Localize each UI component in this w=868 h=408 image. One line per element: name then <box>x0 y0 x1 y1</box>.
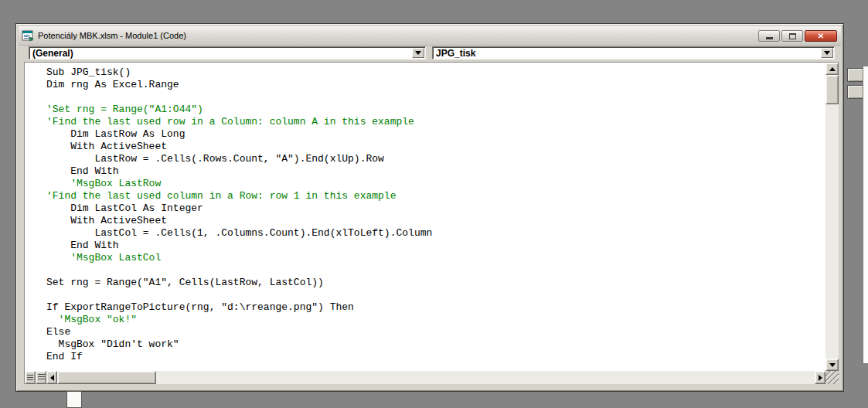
chevron-down-icon <box>824 51 830 55</box>
scroll-right-icon <box>819 375 822 381</box>
scroll-right-button[interactable] <box>815 371 825 384</box>
vba-code-window: Potenciály MBK.xlsm - Module1 (Code) ✕ (… <box>15 23 844 392</box>
code-line <box>46 264 825 277</box>
code-line: LastRow = .Cells(.Rows.Count, "A").End(x… <box>46 153 825 165</box>
scroll-left-button[interactable] <box>46 371 57 384</box>
code-line: MsgBox "Didn't work" <box>46 338 825 351</box>
code-line: LastCol = .Cells(1, .Columns.Count).End(… <box>46 227 825 240</box>
code-editor[interactable]: Sub JPG_tisk()Dim rng As Excel.Range'Set… <box>25 63 825 371</box>
background-window-edge <box>863 66 868 363</box>
code-line <box>46 91 825 104</box>
close-icon: ✕ <box>818 31 824 41</box>
code-line: End With <box>46 240 825 252</box>
code-line: Set rng = Range("A1", Cells(LastRow, Las… <box>46 277 825 289</box>
code-line: With ActiveSheet <box>46 141 825 153</box>
code-line: With ActiveSheet <box>46 215 825 227</box>
horizontal-scroll-thumb[interactable] <box>57 371 156 384</box>
code-pane: Sub JPG_tisk()Dim rng As Excel.Range'Set… <box>24 62 839 384</box>
window-title: Potenciály MBK.xlsm - Module1 (Code) <box>38 31 186 40</box>
vertical-scrollbar[interactable] <box>825 63 839 371</box>
scroll-down-icon <box>829 363 836 367</box>
code-line: Dim LastCol As Integer <box>46 202 825 215</box>
chevron-down-icon <box>415 51 421 55</box>
full-module-view-icon <box>38 374 45 381</box>
titlebar[interactable]: Potenciály MBK.xlsm - Module1 (Code) ✕ <box>19 26 841 46</box>
maximize-icon <box>789 33 796 39</box>
procedure-dropdown-button[interactable] <box>821 48 833 58</box>
procedure-dropdown-value: JPG_tisk <box>436 48 475 59</box>
object-dropdown[interactable]: (General) <box>29 46 426 60</box>
code-line: 'Find the last used column in a Row: row… <box>46 190 825 202</box>
close-button[interactable]: ✕ <box>805 30 837 42</box>
code-lines: Sub JPG_tisk()Dim rng As Excel.Range'Set… <box>25 63 825 363</box>
minimize-button[interactable] <box>758 30 780 42</box>
resize-grip[interactable] <box>825 371 839 384</box>
scroll-left-icon <box>50 375 54 381</box>
code-line: 'MsgBox LastRow <box>46 178 825 190</box>
code-line: If ExportRangeToPicture(rng, "d:\rreange… <box>46 301 825 314</box>
scroll-up-icon <box>829 67 836 71</box>
object-dropdown-button[interactable] <box>412 48 424 58</box>
window-controls: ✕ <box>758 30 837 42</box>
procedure-view-button[interactable] <box>25 371 36 384</box>
code-line: Dim rng As Excel.Range <box>46 79 825 91</box>
vba-module-icon <box>22 29 34 42</box>
desktop: Potenciály MBK.xlsm - Module1 (Code) ✕ (… <box>0 0 868 408</box>
minimize-icon <box>766 37 773 39</box>
horizontal-scroll-track[interactable] <box>156 371 815 384</box>
scroll-up-button[interactable] <box>825 63 839 75</box>
code-line: 'MsgBox "ok!" <box>46 314 825 326</box>
code-line: End With <box>46 165 825 178</box>
object-dropdown-value: (General) <box>32 48 73 59</box>
code-line <box>46 289 825 301</box>
code-line: Else <box>46 326 825 338</box>
code-line: 'Set rng = Range("A1:O44") <box>46 104 825 116</box>
horizontal-scrollbar[interactable] <box>25 371 825 384</box>
procedure-view-icon <box>27 375 33 380</box>
full-module-view-button[interactable] <box>36 371 46 384</box>
code-line: 'Find the last used row in a Column: col… <box>46 116 825 128</box>
background-window-fragment <box>66 391 82 408</box>
maximize-button[interactable] <box>781 30 803 42</box>
code-line: End If <box>46 351 825 363</box>
code-line: Sub JPG_tisk() <box>46 66 825 79</box>
scroll-down-button[interactable] <box>825 359 839 371</box>
combo-row: (General) JPG_tisk <box>19 46 841 62</box>
code-line: Dim LastRow As Long <box>46 128 825 141</box>
code-line: 'MsgBox LastCol <box>46 252 825 264</box>
procedure-dropdown[interactable]: JPG_tisk <box>432 46 835 60</box>
vertical-scroll-thumb[interactable] <box>825 75 839 104</box>
